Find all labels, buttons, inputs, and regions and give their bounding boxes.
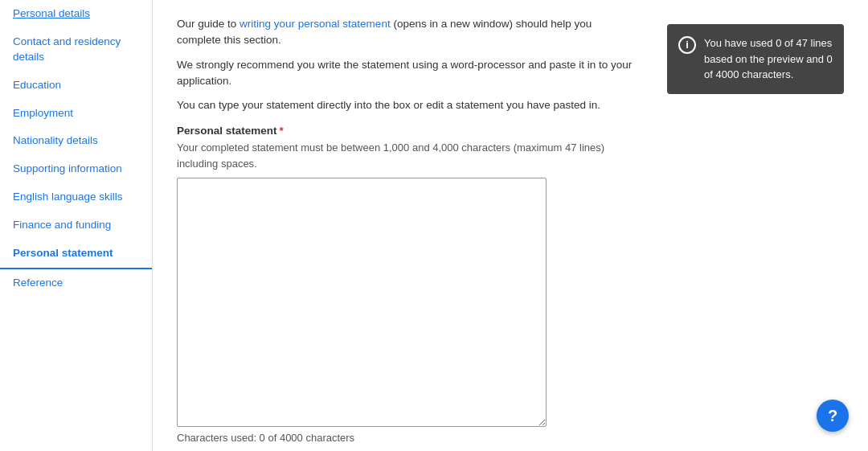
sidebar-item-english-language[interactable]: English language skills [0, 183, 152, 211]
help-button[interactable]: ? [817, 400, 849, 432]
sidebar-item-nationality-details[interactable]: Nationality details [0, 127, 152, 155]
intro-line2: We strongly recommend you write the stat… [177, 57, 635, 90]
right-panel: i You have used 0 of 47 lines based on t… [659, 0, 868, 451]
sidebar-item-personal-details[interactable]: Personal details [0, 0, 152, 28]
sidebar: Personal details Contact and residency d… [0, 0, 153, 451]
intro-line1: Our guide to writing your personal state… [177, 16, 635, 49]
char-count: Characters used: 0 of 4000 characters [177, 432, 635, 444]
sidebar-item-supporting-information[interactable]: Supporting information [0, 155, 152, 183]
info-box: i You have used 0 of 47 lines based on t… [667, 24, 844, 94]
personal-statement-textarea[interactable] [177, 178, 547, 427]
sidebar-item-finance-funding[interactable]: Finance and funding [0, 211, 152, 240]
sidebar-item-contact-residency[interactable]: Contact and residency details [0, 28, 152, 72]
sidebar-item-personal-statement[interactable]: Personal statement [0, 240, 152, 269]
info-icon: i [678, 36, 696, 54]
sidebar-item-reference[interactable]: Reference [0, 269, 152, 297]
field-hint: Your completed statement must be between… [177, 140, 635, 171]
main-content: Our guide to writing your personal state… [153, 0, 659, 451]
personal-statement-guide-link[interactable]: writing your personal statement [240, 18, 391, 30]
intro-line3: You can type your statement directly int… [177, 97, 635, 113]
info-box-text: You have used 0 of 47 lines based on the… [704, 35, 833, 83]
intro-prefix: Our guide to [177, 18, 240, 30]
personal-statement-label: Personal statement* [177, 125, 635, 137]
sidebar-item-employment[interactable]: Employment [0, 100, 152, 128]
required-indicator: * [280, 125, 284, 137]
sidebar-item-education[interactable]: Education [0, 72, 152, 100]
